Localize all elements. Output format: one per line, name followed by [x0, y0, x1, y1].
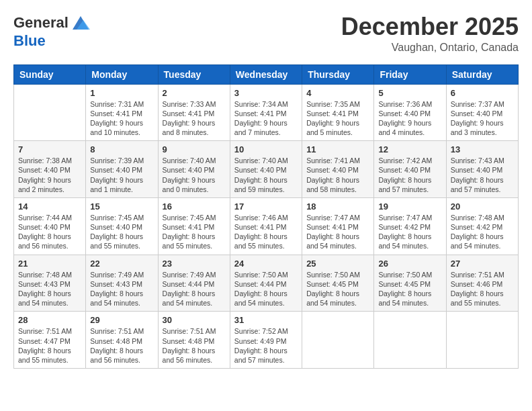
cell-info-text: Sunrise: 7:41 AM Sunset: 4:40 PM Dayligh… [306, 156, 369, 194]
calendar-cell: 14Sunrise: 7:44 AM Sunset: 4:40 PM Dayli… [14, 197, 86, 255]
cell-info-text: Sunrise: 7:36 AM Sunset: 4:40 PM Dayligh… [378, 99, 441, 138]
calendar-body: 1Sunrise: 7:31 AM Sunset: 4:41 PM Daylig… [14, 84, 519, 368]
cell-date-number: 18 [306, 201, 369, 212]
logo-general-text: General [13, 14, 69, 32]
calendar-cell: 20Sunrise: 7:48 AM Sunset: 4:42 PM Dayli… [446, 197, 518, 255]
calendar-cell [374, 312, 446, 369]
cell-date-number: 31 [234, 315, 298, 325]
calendar-week-row: 28Sunrise: 7:51 AM Sunset: 4:47 PM Dayli… [14, 312, 519, 369]
cell-info-text: Sunrise: 7:50 AM Sunset: 4:45 PM Dayligh… [378, 270, 441, 308]
cell-info-text: Sunrise: 7:51 AM Sunset: 4:48 PM Dayligh… [90, 326, 153, 365]
cell-date-number: 27 [451, 259, 514, 269]
cell-date-number: 19 [378, 201, 441, 212]
cell-info-text: Sunrise: 7:44 AM Sunset: 4:40 PM Dayligh… [18, 213, 81, 251]
cell-info-text: Sunrise: 7:37 AM Sunset: 4:40 PM Dayligh… [451, 99, 514, 138]
calendar-cell: 21Sunrise: 7:48 AM Sunset: 4:43 PM Dayli… [14, 255, 86, 312]
calendar-cell: 2Sunrise: 7:33 AM Sunset: 4:41 PM Daylig… [158, 84, 230, 141]
day-header: Tuesday [158, 64, 230, 84]
cell-info-text: Sunrise: 7:34 AM Sunset: 4:41 PM Dayligh… [234, 99, 298, 138]
cell-date-number: 9 [163, 144, 226, 154]
cell-date-number: 26 [378, 259, 441, 269]
cell-date-number: 14 [18, 201, 81, 212]
calendar-cell: 6Sunrise: 7:37 AM Sunset: 4:40 PM Daylig… [446, 84, 518, 141]
cell-date-number: 11 [306, 144, 369, 154]
cell-info-text: Sunrise: 7:47 AM Sunset: 4:41 PM Dayligh… [306, 213, 369, 251]
cell-date-number: 3 [234, 88, 298, 98]
title-area: December 2025 Vaughan, Ontario, Canada [341, 13, 519, 54]
cell-date-number: 16 [163, 201, 226, 212]
cell-date-number: 17 [234, 201, 298, 212]
calendar-cell [14, 84, 86, 141]
cell-info-text: Sunrise: 7:42 AM Sunset: 4:40 PM Dayligh… [378, 156, 441, 194]
cell-date-number: 22 [90, 259, 153, 269]
cell-info-text: Sunrise: 7:40 AM Sunset: 4:40 PM Dayligh… [234, 156, 298, 194]
cell-date-number: 24 [234, 259, 298, 269]
day-header: Monday [86, 64, 158, 84]
calendar-cell: 26Sunrise: 7:50 AM Sunset: 4:45 PM Dayli… [374, 255, 446, 312]
cell-date-number: 1 [90, 88, 153, 98]
calendar-cell: 25Sunrise: 7:50 AM Sunset: 4:45 PM Dayli… [302, 255, 374, 312]
cell-info-text: Sunrise: 7:48 AM Sunset: 4:42 PM Dayligh… [451, 213, 514, 251]
calendar-cell: 3Sunrise: 7:34 AM Sunset: 4:41 PM Daylig… [230, 84, 302, 141]
logo-icon [70, 13, 91, 32]
calendar-cell: 16Sunrise: 7:45 AM Sunset: 4:41 PM Dayli… [158, 197, 230, 255]
logo: General Blue [13, 13, 91, 50]
cell-date-number: 8 [90, 144, 153, 154]
cell-info-text: Sunrise: 7:39 AM Sunset: 4:40 PM Dayligh… [90, 156, 153, 194]
calendar-cell: 19Sunrise: 7:47 AM Sunset: 4:42 PM Dayli… [374, 197, 446, 255]
calendar: SundayMondayTuesdayWednesdayThursdayFrid… [13, 64, 519, 369]
calendar-cell: 23Sunrise: 7:49 AM Sunset: 4:44 PM Dayli… [158, 255, 230, 312]
cell-info-text: Sunrise: 7:50 AM Sunset: 4:44 PM Dayligh… [234, 270, 298, 308]
day-header: Thursday [302, 64, 374, 84]
cell-info-text: Sunrise: 7:47 AM Sunset: 4:42 PM Dayligh… [378, 213, 441, 251]
calendar-cell: 7Sunrise: 7:38 AM Sunset: 4:40 PM Daylig… [14, 141, 86, 198]
month-title: December 2025 [341, 13, 519, 40]
calendar-week-row: 21Sunrise: 7:48 AM Sunset: 4:43 PM Dayli… [14, 255, 519, 312]
calendar-cell: 17Sunrise: 7:46 AM Sunset: 4:41 PM Dayli… [230, 197, 302, 255]
day-header: Sunday [14, 64, 86, 84]
cell-info-text: Sunrise: 7:40 AM Sunset: 4:40 PM Dayligh… [163, 156, 226, 194]
cell-info-text: Sunrise: 7:31 AM Sunset: 4:41 PM Dayligh… [90, 99, 153, 138]
cell-date-number: 28 [18, 315, 81, 325]
calendar-cell: 28Sunrise: 7:51 AM Sunset: 4:47 PM Dayli… [14, 312, 86, 369]
calendar-cell: 9Sunrise: 7:40 AM Sunset: 4:40 PM Daylig… [158, 141, 230, 198]
calendar-cell: 18Sunrise: 7:47 AM Sunset: 4:41 PM Dayli… [302, 197, 374, 255]
cell-date-number: 5 [378, 88, 441, 98]
day-header: Wednesday [230, 64, 302, 84]
calendar-cell: 29Sunrise: 7:51 AM Sunset: 4:48 PM Dayli… [86, 312, 158, 369]
calendar-cell: 10Sunrise: 7:40 AM Sunset: 4:40 PM Dayli… [230, 141, 302, 198]
cell-date-number: 12 [378, 144, 441, 154]
calendar-cell: 12Sunrise: 7:42 AM Sunset: 4:40 PM Dayli… [374, 141, 446, 198]
logo-blue-text: Blue [13, 32, 46, 49]
cell-date-number: 7 [18, 144, 81, 154]
calendar-cell: 13Sunrise: 7:43 AM Sunset: 4:40 PM Dayli… [446, 141, 518, 198]
calendar-cell: 27Sunrise: 7:51 AM Sunset: 4:46 PM Dayli… [446, 255, 518, 312]
cell-date-number: 30 [163, 315, 226, 325]
cell-date-number: 13 [451, 144, 514, 154]
cell-date-number: 2 [163, 88, 226, 98]
calendar-cell: 30Sunrise: 7:51 AM Sunset: 4:48 PM Dayli… [158, 312, 230, 369]
cell-info-text: Sunrise: 7:46 AM Sunset: 4:41 PM Dayligh… [234, 213, 298, 251]
cell-info-text: Sunrise: 7:51 AM Sunset: 4:47 PM Dayligh… [18, 326, 81, 365]
cell-info-text: Sunrise: 7:38 AM Sunset: 4:40 PM Dayligh… [18, 156, 81, 194]
cell-date-number: 23 [163, 259, 226, 269]
cell-info-text: Sunrise: 7:52 AM Sunset: 4:49 PM Dayligh… [234, 326, 298, 365]
calendar-cell: 8Sunrise: 7:39 AM Sunset: 4:40 PM Daylig… [86, 141, 158, 198]
cell-info-text: Sunrise: 7:43 AM Sunset: 4:40 PM Dayligh… [451, 156, 514, 194]
calendar-cell: 4Sunrise: 7:35 AM Sunset: 4:41 PM Daylig… [302, 84, 374, 141]
cell-info-text: Sunrise: 7:33 AM Sunset: 4:41 PM Dayligh… [163, 99, 226, 138]
calendar-cell [302, 312, 374, 369]
cell-date-number: 20 [451, 201, 514, 212]
cell-date-number: 15 [90, 201, 153, 212]
cell-date-number: 21 [18, 259, 81, 269]
calendar-week-row: 1Sunrise: 7:31 AM Sunset: 4:41 PM Daylig… [14, 84, 519, 141]
calendar-week-row: 14Sunrise: 7:44 AM Sunset: 4:40 PM Dayli… [14, 197, 519, 255]
cell-date-number: 25 [306, 259, 369, 269]
header: General Blue December 2025 Vaughan, Onta… [13, 13, 519, 54]
calendar-cell: 22Sunrise: 7:49 AM Sunset: 4:43 PM Dayli… [86, 255, 158, 312]
cell-date-number: 6 [451, 88, 514, 98]
day-header: Saturday [446, 64, 518, 84]
cell-info-text: Sunrise: 7:48 AM Sunset: 4:43 PM Dayligh… [18, 270, 81, 308]
cell-info-text: Sunrise: 7:51 AM Sunset: 4:46 PM Dayligh… [451, 270, 514, 308]
calendar-cell: 1Sunrise: 7:31 AM Sunset: 4:41 PM Daylig… [86, 84, 158, 141]
